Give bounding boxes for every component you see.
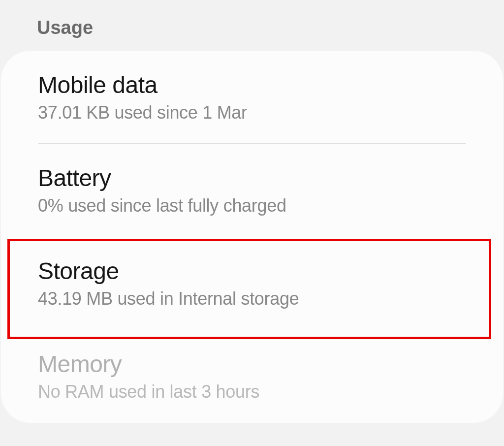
list-item-mobile-data[interactable]: Mobile data 37.01 KB used since 1 Mar xyxy=(1,51,503,144)
list-item-storage[interactable]: Storage 43.19 MB used in Internal storag… xyxy=(1,237,503,330)
item-subtitle: No RAM used in last 3 hours xyxy=(38,382,466,402)
item-title: Battery xyxy=(38,164,466,191)
list-item-battery[interactable]: Battery 0% used since last fully charged xyxy=(1,144,503,237)
item-title: Memory xyxy=(38,350,466,378)
usage-card: Mobile data 37.01 KB used since 1 Mar Ba… xyxy=(1,51,503,423)
item-title: Storage xyxy=(38,257,466,285)
item-title: Mobile data xyxy=(38,71,466,98)
list-item-memory: Memory No RAM used in last 3 hours xyxy=(1,330,503,423)
section-header-usage: Usage xyxy=(0,0,504,51)
item-subtitle: 43.19 MB used in Internal storage xyxy=(38,288,466,309)
item-subtitle: 0% used since last fully charged xyxy=(38,195,466,216)
item-subtitle: 37.01 KB used since 1 Mar xyxy=(38,102,466,123)
